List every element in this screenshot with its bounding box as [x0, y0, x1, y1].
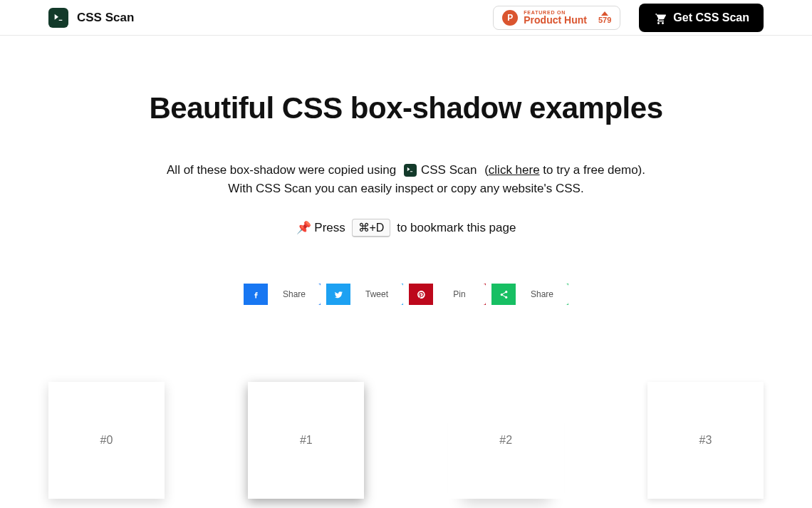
get-css-scan-button[interactable]: Get CSS Scan — [639, 4, 764, 32]
share-sharethis-label: Share — [516, 284, 568, 305]
ph-vote-count: 579 — [598, 16, 611, 24]
share-twitter-label: Tweet — [350, 284, 403, 305]
ph-votes: 579 — [598, 11, 611, 24]
intro-prefix: All of these box-shadow were copied usin… — [167, 163, 400, 177]
keyboard-shortcut: ⌘+D — [352, 219, 391, 237]
card-label: #0 — [100, 434, 113, 447]
intro-after-click: to try a free demo). — [540, 163, 645, 177]
pushpin-icon: 📌 — [296, 221, 311, 234]
cart-icon — [653, 11, 666, 24]
cta-label: Get CSS Scan — [673, 11, 749, 24]
bookmark-after: to bookmark this page — [397, 221, 516, 234]
ph-name: Product Hunt — [524, 15, 587, 25]
pinterest-icon — [409, 284, 433, 305]
share-pinterest-label: Pin — [433, 284, 486, 305]
share-facebook-label: Share — [268, 284, 321, 305]
card-label: #2 — [499, 434, 512, 447]
share-facebook-button[interactable]: Share — [244, 284, 321, 305]
facebook-icon — [244, 284, 268, 305]
css-scan-inline-name: CSS Scan — [421, 161, 477, 180]
shadow-card[interactable]: #3 — [647, 382, 764, 499]
css-scan-inline-link[interactable]: CSS Scan — [404, 161, 477, 180]
share-bar: Share Tweet Pin Share — [0, 284, 812, 305]
click-here-link[interactable]: click here — [489, 163, 540, 177]
intro-paragraph: All of these box-shadow were copied usin… — [0, 161, 812, 197]
cards-grid: #0 #1 #2 #3 — [0, 382, 812, 499]
brand[interactable]: CSS Scan — [48, 8, 134, 28]
header-right: P Featured on Product Hunt 579 Get CSS S… — [493, 4, 764, 32]
page-title: Beautiful CSS box-shadow examples — [0, 91, 812, 125]
brand-name: CSS Scan — [77, 11, 134, 25]
twitter-icon — [326, 284, 350, 305]
css-scan-logo-icon — [48, 8, 68, 28]
share-twitter-button[interactable]: Tweet — [326, 284, 403, 305]
shadow-card[interactable]: #1 — [248, 382, 364, 499]
intro-line2: With CSS Scan you can easily inspect or … — [228, 182, 583, 195]
bookmark-hint: 📌 Press ⌘+D to bookmark this page — [0, 219, 812, 237]
shadow-card[interactable]: #2 — [448, 382, 564, 499]
product-hunt-badge[interactable]: P Featured on Product Hunt 579 — [493, 6, 620, 30]
shadow-card[interactable]: #0 — [48, 382, 165, 499]
product-hunt-logo-icon: P — [502, 10, 518, 26]
share-sharethis-button[interactable]: Share — [491, 284, 568, 305]
card-label: #1 — [300, 434, 313, 447]
main-content: Beautiful CSS box-shadow examples All of… — [0, 36, 812, 499]
site-header: CSS Scan P Featured on Product Hunt 579 … — [0, 0, 812, 36]
share-pinterest-button[interactable]: Pin — [409, 284, 486, 305]
css-scan-logo-icon — [404, 164, 417, 177]
sharethis-icon — [491, 284, 516, 305]
press-label: Press — [314, 221, 345, 234]
card-label: #3 — [699, 434, 712, 447]
